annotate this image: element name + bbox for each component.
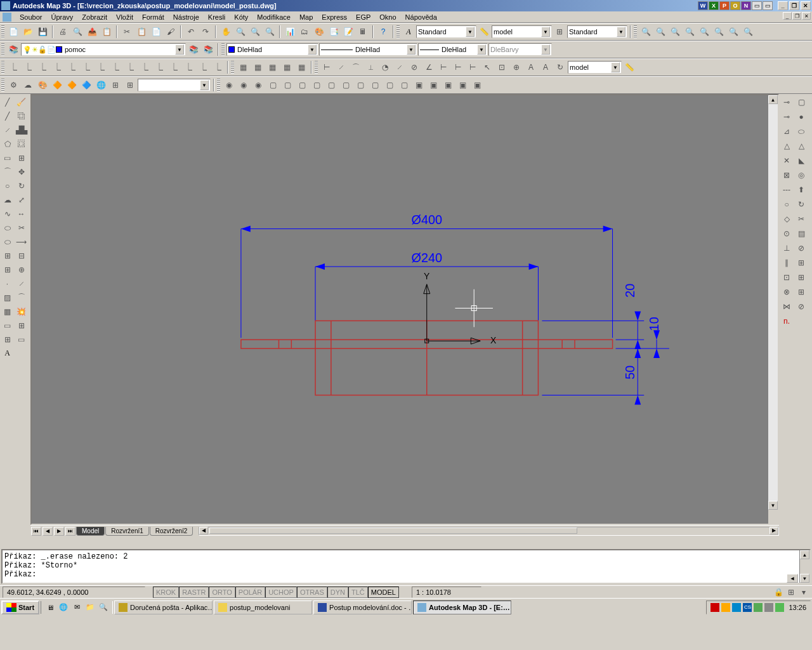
viewport[interactable]: Ø400 Ø240 20 [30,94,779,525]
match-button[interactable]: 🖌 [164,25,178,39]
view-3[interactable]: ▦ [265,60,279,74]
solid-clean[interactable]: ▣ [426,78,440,92]
map-2[interactable]: ☁ [21,78,35,92]
menu-nastroje[interactable]: Nástroje [169,13,204,22]
zoom-rt-button[interactable]: 🔍 [233,25,247,39]
layer-combo[interactable]: 💡☀🔓📄 pomoc▼ [21,43,186,56]
qcalc-button[interactable]: 🖩 [356,25,370,39]
dim-edit[interactable]: A [524,60,538,74]
tray-4[interactable] [754,603,763,612]
dim-leader[interactable]: ↖ [480,60,494,74]
tray-2[interactable] [721,603,730,612]
toggle-uchop[interactable]: UCHOP [265,587,297,598]
task-outlook[interactable]: Doručená pošta - Aplikac… [114,600,213,614]
ucs-9[interactable]: ⎿ [123,60,137,74]
status-icon-1[interactable]: 🔒 [773,587,784,597]
view-5[interactable]: ▦ [294,60,308,74]
osnap-from[interactable]: ⊸ [780,110,794,124]
dim-baseline[interactable]: ⊢ [451,60,465,74]
menu-express[interactable]: Express [317,13,351,22]
undo-button[interactable]: ↶ [184,25,198,39]
tray-win1-icon[interactable]: ▭ [752,1,762,10]
help-button[interactable]: ? [376,25,390,39]
dim-linear[interactable]: ⊢ [320,60,334,74]
osnap-near[interactable]: ⋈ [780,300,794,314]
slice-button[interactable]: ✂ [794,212,808,226]
dim-angular[interactable]: ∠ [422,60,436,74]
ucs-5[interactable]: ⎿ [65,60,79,74]
setup-view-button[interactable]: ⊞ [794,270,808,284]
linetype-combo[interactable]: DleHlad▼ [319,43,417,56]
pan-button[interactable]: ✋ [219,25,233,39]
viewport-vscroll[interactable]: ▲ ▼ [768,95,778,524]
tablestyle-icon[interactable]: ⊞ [553,25,566,39]
menu-egp[interactable]: EGP [351,13,375,22]
dimstyle-combo[interactable]: model▼ [492,25,552,38]
zoom-dyn-button[interactable]: 🔍 [741,25,755,39]
map-9[interactable]: ⊞ [123,78,137,92]
solid-union[interactable]: ◉ [222,78,236,92]
ucs-3[interactable]: ⎿ [36,60,49,74]
ucs-13[interactable]: ⎿ [181,60,195,74]
dim-tedit[interactable]: A [539,60,553,74]
zoom-in-button[interactable]: 🔍 [668,25,682,39]
arc-button[interactable]: ⌒ [1,165,14,178]
solid-intersect[interactable]: ◉ [251,78,265,92]
dim-update[interactable]: ↻ [553,60,567,74]
menu-napoveda[interactable]: Nápověda [401,13,442,22]
view-2[interactable]: ▦ [251,60,265,74]
tool-palette-button[interactable]: 🎨 [312,25,326,39]
ucs-6[interactable]: ⎿ [79,60,93,74]
new-button[interactable]: 📄 [6,25,20,39]
zoom-out-button[interactable]: 🔍 [683,25,697,39]
tray-onenote-icon[interactable]: N [741,1,751,10]
osnap-int[interactable]: ✕ [780,154,794,168]
ellipse-button[interactable]: ⬭ [1,221,14,234]
menu-map[interactable]: Map [295,13,317,22]
table-button[interactable]: ⊞ [1,333,14,346]
osnap-appint[interactable]: ⊠ [780,168,794,182]
layer-states-button[interactable]: 📚 [201,43,215,56]
solid-move-face[interactable]: ▢ [280,78,294,92]
circle-button[interactable]: ○ [1,179,14,192]
toggle-model[interactable]: MODEL [368,587,399,598]
copy-button[interactable]: 📋 [134,25,148,39]
cylinder-button[interactable]: ⬭ [794,124,808,138]
tray-word-icon[interactable]: W [698,1,708,10]
cone-button[interactable]: △ [794,139,808,153]
solid-color-edge[interactable]: ▢ [397,78,411,92]
dim-center[interactable]: ⊕ [509,60,523,74]
offset-button[interactable]: ⿴ [15,137,28,150]
osnap-qua[interactable]: ◇ [780,212,794,226]
line-button[interactable]: ╱ [1,95,14,109]
rotate-button[interactable]: ↻ [15,179,28,192]
osnap-per[interactable]: ⊥ [780,241,794,255]
solid-rotate-face[interactable]: ▢ [324,78,338,92]
tray-1[interactable] [710,603,719,612]
paste-button[interactable]: 📄 [149,25,163,39]
explode-button[interactable]: 💥 [15,305,28,318]
ucs-11[interactable]: ⎿ [152,60,166,74]
view-4[interactable]: ▦ [280,60,294,74]
command-window[interactable]: Příkaz: _.erase nalezeno: 2 Příkaz: *Sto… [1,549,811,584]
open-button[interactable]: 📂 [21,25,35,39]
region-button[interactable]: ▭ [1,319,14,332]
tray-6[interactable] [775,603,784,612]
ucs-1[interactable]: ⎿ [6,60,20,74]
tablestyle-combo[interactable]: Standard▼ [567,25,627,38]
point-button[interactable]: · [1,277,14,290]
task-autodesk[interactable]: Autodesk Map 3D - [E:… [413,600,511,614]
lineweight-combo[interactable]: DleHlad▼ [418,43,488,56]
tray-outlook-icon[interactable]: O [730,1,740,10]
polygon-button[interactable]: ⬠ [1,137,14,150]
zoom-win-button[interactable]: 🔍 [248,25,262,39]
scale-button[interactable]: ⤢ [15,193,28,206]
scale-display[interactable]: 1 : 10.0178 [412,587,481,598]
sphere-button[interactable]: ● [794,110,808,124]
revcloud-button[interactable]: ☁ [1,193,14,206]
solid-delete-face[interactable]: ▢ [310,78,324,92]
array-button[interactable]: ⊞ [15,151,28,164]
erase-button[interactable]: 🧹 [15,95,28,109]
setup-draw-button[interactable]: ⊞ [794,256,808,270]
color-combo[interactable]: DleHlad▼ [226,43,318,56]
